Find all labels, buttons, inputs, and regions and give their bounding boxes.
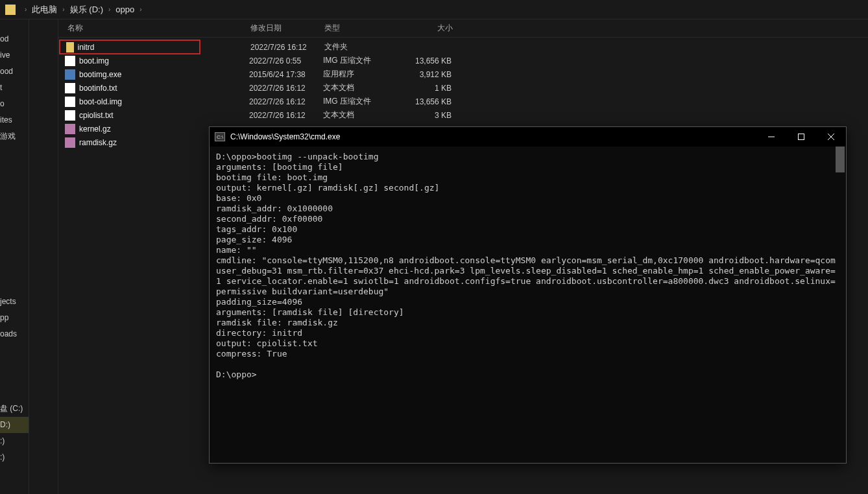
sidebar-item[interactable]: od bbox=[0, 31, 29, 47]
column-date[interactable]: 修改日期 bbox=[250, 23, 324, 34]
file-date: 2022/7/26 16:12 bbox=[249, 97, 323, 106]
minimize-icon bbox=[768, 134, 775, 140]
breadcrumb[interactable]: › 此电脑 › 娱乐 (D:) › oppo › bbox=[0, 0, 868, 19]
file-type: IMG 压缩文件 bbox=[323, 96, 404, 107]
column-name[interactable]: 名称 bbox=[62, 23, 250, 34]
file-date: 2022/7/26 16:12 bbox=[250, 43, 324, 52]
file-row[interactable]: initrd bbox=[60, 40, 200, 54]
sidebar-item[interactable]: 游戏 bbox=[0, 128, 29, 145]
file-icon bbox=[65, 56, 75, 66]
file-name: bootinfo.txt bbox=[79, 84, 249, 93]
file-icon bbox=[65, 83, 75, 93]
column-size[interactable]: 大小 bbox=[405, 23, 463, 34]
file-type: 应用程序 bbox=[323, 69, 404, 80]
sidebar-item[interactable]: ood bbox=[0, 64, 29, 80]
drive-item[interactable]: :) bbox=[0, 433, 29, 449]
column-header-row: 名称 修改日期 类型 大小 bbox=[58, 19, 868, 38]
chevron-right-icon: › bbox=[62, 6, 64, 13]
breadcrumb-item[interactable]: 此电脑 bbox=[32, 4, 57, 16]
sidebar-item[interactable]: oads bbox=[0, 326, 29, 342]
file-date: 2015/6/24 17:38 bbox=[249, 70, 323, 79]
svg-rect-1 bbox=[799, 134, 804, 140]
file-name: cpiolist.txt bbox=[79, 111, 249, 120]
file-name: boot.img bbox=[79, 56, 249, 65]
cmd-output[interactable]: D:\oppo>bootimg --unpack-bootimg argumen… bbox=[210, 147, 846, 463]
file-name: boot-old.img bbox=[79, 97, 249, 106]
file-size: 1 KB bbox=[404, 84, 462, 93]
file-row[interactable]: boot.img2022/7/26 0:55IMG 压缩文件13,656 KB bbox=[58, 54, 868, 67]
file-row[interactable]: cpiolist.txt2022/7/26 16:12文本文档3 KB bbox=[58, 108, 868, 122]
file-date: 2022/7/26 16:12 bbox=[249, 84, 323, 93]
file-name: initrd bbox=[78, 43, 200, 52]
sidebar-item[interactable]: jects bbox=[0, 294, 29, 310]
folder-icon bbox=[66, 42, 74, 53]
close-icon bbox=[828, 134, 834, 140]
close-button[interactable] bbox=[816, 127, 846, 147]
exe-icon bbox=[65, 69, 75, 80]
breadcrumb-item[interactable]: 娱乐 (D:) bbox=[70, 4, 103, 16]
maximize-icon bbox=[798, 134, 804, 140]
file-row[interactable]: bootinfo.txt2022/7/26 16:12文本文档1 KB bbox=[58, 81, 868, 95]
sidebar-item[interactable]: t bbox=[0, 80, 29, 96]
drive-item[interactable]: :) bbox=[0, 449, 29, 465]
file-size: 13,656 KB bbox=[404, 56, 462, 65]
file-pane: 名称 修改日期 类型 大小 initrd2022/7/26 16:12文件夹bo… bbox=[58, 19, 868, 494]
chevron-right-icon: › bbox=[108, 6, 110, 13]
sidebar-item[interactable]: ive bbox=[0, 47, 29, 64]
nav-sidebar: odiveoodtoites游戏 jectsppoads 盘 (C:)D:):)… bbox=[0, 19, 29, 494]
cmd-titlebar[interactable]: C:\ C:\Windows\System32\cmd.exe bbox=[210, 127, 846, 147]
folder-icon bbox=[5, 5, 16, 15]
cmd-title: C:\Windows\System32\cmd.exe bbox=[230, 132, 756, 141]
file-row[interactable]: boot-old.img2022/7/26 16:12IMG 压缩文件13,65… bbox=[58, 95, 868, 108]
file-name: bootimg.exe bbox=[79, 70, 249, 79]
file-type: IMG 压缩文件 bbox=[323, 55, 404, 66]
cmd-window: C:\ C:\Windows\System32\cmd.exe D:\oppo>… bbox=[209, 126, 847, 464]
chevron-right-icon: › bbox=[139, 6, 141, 13]
maximize-button[interactable] bbox=[786, 127, 816, 147]
file-type: 文本文档 bbox=[323, 110, 404, 121]
file-size: 13,656 KB bbox=[404, 97, 462, 106]
file-type: 文本文档 bbox=[323, 82, 404, 93]
gz-icon bbox=[65, 124, 75, 134]
file-size: 3,912 KB bbox=[404, 70, 462, 79]
file-size: 3 KB bbox=[404, 111, 462, 120]
gz-icon bbox=[65, 137, 75, 148]
file-row[interactable]: bootimg.exe2015/6/24 17:38应用程序3,912 KB bbox=[58, 67, 868, 81]
file-icon bbox=[65, 110, 75, 121]
file-type: 文件夹 bbox=[324, 41, 405, 53]
drive-item[interactable]: D:) bbox=[0, 417, 29, 433]
breadcrumb-item[interactable]: oppo bbox=[115, 5, 134, 14]
chevron-right-icon: › bbox=[25, 6, 27, 13]
file-date: 2022/7/26 0:55 bbox=[249, 56, 323, 65]
nav-sidebar-inner bbox=[29, 19, 58, 494]
file-date: 2022/7/26 16:12 bbox=[249, 111, 323, 120]
sidebar-item[interactable]: o bbox=[0, 96, 29, 112]
minimize-button[interactable] bbox=[756, 127, 786, 147]
column-type[interactable]: 类型 bbox=[324, 23, 405, 34]
sidebar-item[interactable]: ites bbox=[0, 112, 29, 128]
cmd-icon: C:\ bbox=[215, 132, 225, 141]
sidebar-item[interactable]: pp bbox=[0, 310, 29, 326]
file-icon bbox=[65, 97, 75, 107]
drive-item[interactable]: 盘 (C:) bbox=[0, 401, 29, 417]
